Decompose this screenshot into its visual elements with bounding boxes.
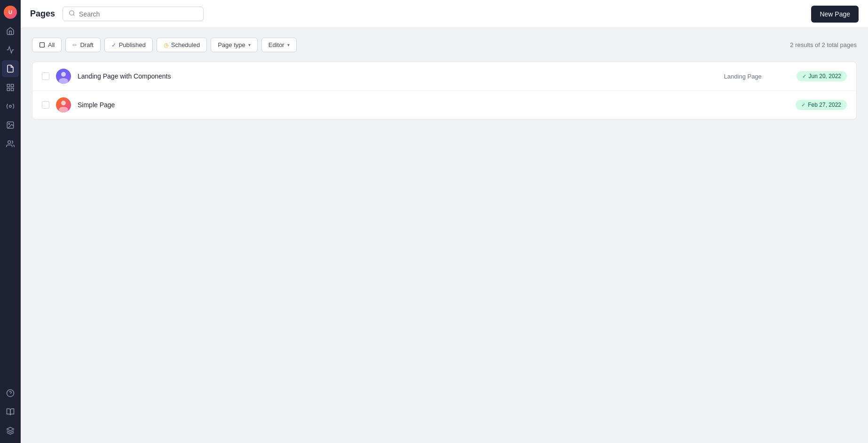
row-date-badge: ✓ Jun 20, 2022 xyxy=(797,71,847,81)
svg-point-16 xyxy=(61,101,66,105)
svg-line-12 xyxy=(73,15,75,16)
sidebar-item-help[interactable] xyxy=(2,385,19,402)
content-area: All ✏ Draft ✓ Published ◷ Scheduled Page… xyxy=(21,28,868,443)
user-avatar: U xyxy=(4,6,17,19)
published-check-icon: ✓ xyxy=(802,73,806,79)
svg-point-6 xyxy=(8,123,9,124)
row-title: Landing Page with Components xyxy=(78,72,718,80)
sidebar-item-users[interactable] xyxy=(2,135,19,152)
row-checkbox[interactable] xyxy=(42,101,49,109)
sidebar-avatar-icon[interactable]: U xyxy=(2,4,19,21)
check-icon: ✓ xyxy=(111,42,116,48)
filter-draft-button[interactable]: ✏ Draft xyxy=(65,38,100,52)
svg-rect-3 xyxy=(7,88,9,91)
filter-bar: All ✏ Draft ✓ Published ◷ Scheduled Page… xyxy=(32,38,857,52)
filter-published-button[interactable]: ✓ Published xyxy=(104,38,153,52)
search-box[interactable] xyxy=(63,7,204,21)
svg-point-11 xyxy=(70,11,74,15)
main-content: Pages New Page All ✏ Draft ✓ Published xyxy=(21,0,868,443)
svg-rect-0 xyxy=(7,84,9,87)
sidebar-item-grid[interactable] xyxy=(2,79,19,96)
search-input[interactable] xyxy=(79,10,197,18)
editor-label: Editor xyxy=(268,41,284,48)
row-avatar xyxy=(56,69,71,84)
filter-all-label: All xyxy=(48,41,55,48)
filter-published-label: Published xyxy=(119,41,146,48)
filter-draft-label: Draft xyxy=(80,41,93,48)
chevron-down-icon-2: ▾ xyxy=(287,42,290,47)
svg-point-7 xyxy=(8,141,11,143)
results-count: 2 results of 2 total pages xyxy=(790,41,857,48)
svg-point-4 xyxy=(9,105,12,108)
pencil-icon: ✏ xyxy=(72,42,77,48)
row-date: Jun 20, 2022 xyxy=(809,73,841,79)
filter-scheduled-button[interactable]: ◷ Scheduled xyxy=(157,38,207,52)
row-date: Feb 27, 2022 xyxy=(808,102,841,108)
sidebar-item-components[interactable] xyxy=(2,98,19,115)
svg-rect-2 xyxy=(11,88,14,91)
sidebar-item-docs[interactable] xyxy=(2,403,19,420)
sidebar-item-pages[interactable] xyxy=(2,60,19,77)
new-page-button[interactable]: New Page xyxy=(811,6,859,23)
page-type-dropdown[interactable]: Page type ▾ xyxy=(211,38,258,52)
filter-scheduled-label: Scheduled xyxy=(171,41,200,48)
table-row[interactable]: Simple Page ✓ Feb 27, 2022 xyxy=(32,91,856,119)
search-icon xyxy=(69,10,75,18)
svg-rect-1 xyxy=(11,84,14,87)
svg-marker-10 xyxy=(7,427,14,431)
row-type: Landing Page xyxy=(724,73,790,80)
row-date-badge: ✓ Feb 27, 2022 xyxy=(796,100,847,110)
svg-point-15 xyxy=(59,78,68,84)
table-row[interactable]: Landing Page with Components Landing Pag… xyxy=(32,62,856,91)
sidebar-item-home[interactable] xyxy=(2,23,19,40)
published-check-icon: ✓ xyxy=(801,102,805,108)
svg-point-17 xyxy=(59,107,68,112)
filter-all-button[interactable]: All xyxy=(32,38,62,52)
sidebar-item-layers[interactable] xyxy=(2,422,19,439)
sidebar-item-media[interactable] xyxy=(2,117,19,134)
page-type-label: Page type xyxy=(218,41,245,48)
sidebar: U xyxy=(0,0,21,443)
row-title: Simple Page xyxy=(78,101,717,109)
page-title: Pages xyxy=(30,9,55,19)
editor-dropdown[interactable]: Editor ▾ xyxy=(261,38,297,52)
sidebar-item-activity[interactable] xyxy=(2,41,19,58)
row-checkbox[interactable] xyxy=(42,72,49,80)
page-list: Landing Page with Components Landing Pag… xyxy=(32,62,857,119)
svg-rect-13 xyxy=(40,43,45,47)
chevron-down-icon: ▾ xyxy=(248,42,251,47)
row-avatar xyxy=(56,97,71,112)
topbar: Pages New Page xyxy=(21,0,868,28)
clock-icon: ◷ xyxy=(164,42,168,48)
svg-point-14 xyxy=(61,72,66,77)
